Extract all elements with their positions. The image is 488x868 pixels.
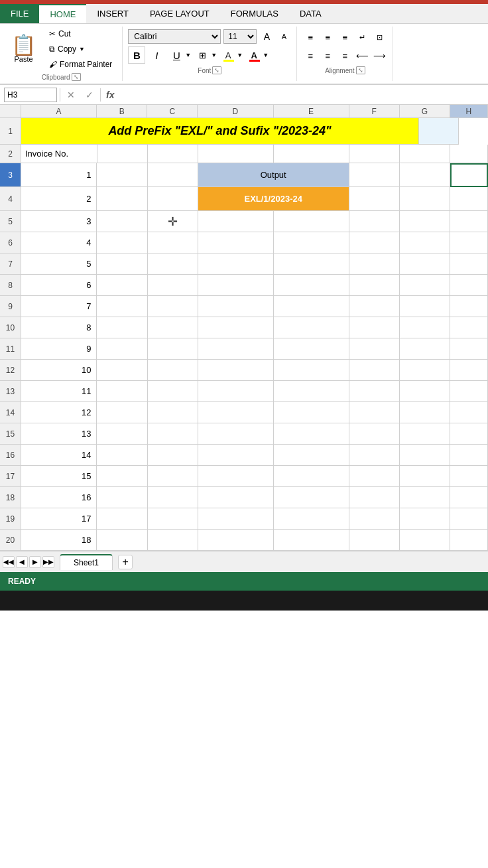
cell-g4[interactable] <box>400 187 450 211</box>
col-header-h[interactable]: H <box>450 105 488 117</box>
cell-f17[interactable] <box>349 466 400 487</box>
cell-a17[interactable]: 15 <box>21 466 97 487</box>
cell-h20[interactable] <box>450 530 488 551</box>
format-painter-button[interactable]: 🖌 Format Painter <box>44 58 117 71</box>
cell-d10[interactable] <box>198 317 274 338</box>
borders-button[interactable]: ⊞ <box>194 46 211 64</box>
cell-d18[interactable] <box>198 487 274 508</box>
cell-e2[interactable] <box>274 145 349 163</box>
cell-d20[interactable] <box>198 530 274 551</box>
cell-f4[interactable] <box>349 187 400 211</box>
cell-g2[interactable] <box>400 145 450 163</box>
font-color-button[interactable]: A <box>245 46 263 64</box>
cell-g8[interactable] <box>400 275 450 296</box>
sheet-nav-first[interactable]: ◀◀ <box>3 556 15 568</box>
data-tab[interactable]: DATA <box>289 4 332 23</box>
cell-h11[interactable] <box>450 338 488 360</box>
cell-e17[interactable] <box>274 466 349 487</box>
cell-e15[interactable] <box>274 423 349 445</box>
cell-f8[interactable] <box>349 275 400 296</box>
cell-g6[interactable] <box>400 232 450 253</box>
cell-g5[interactable] <box>400 211 450 232</box>
cell-f20[interactable] <box>349 530 400 551</box>
cell-a2[interactable]: Invoice No. <box>21 145 97 163</box>
cell-a5[interactable]: 3 <box>21 211 97 232</box>
cell-c5[interactable]: ✛ <box>148 211 198 232</box>
decrease-font-button[interactable]: A <box>276 29 291 44</box>
cell-h4[interactable] <box>450 187 488 211</box>
cell-d14[interactable] <box>198 402 274 423</box>
cell-e11[interactable] <box>274 338 349 360</box>
cell-h5[interactable] <box>450 211 488 232</box>
underline-button[interactable]: U <box>168 46 185 64</box>
increase-font-button[interactable]: A <box>259 29 274 44</box>
cell-e7[interactable] <box>274 253 349 275</box>
cell-a11[interactable]: 9 <box>21 338 97 360</box>
cell-d2[interactable] <box>198 145 274 163</box>
cell-a3[interactable]: 1 <box>21 163 97 187</box>
cell-a6[interactable]: 4 <box>21 232 97 253</box>
cell-h19[interactable] <box>450 508 488 530</box>
cell-c10[interactable] <box>148 317 198 338</box>
page-layout-tab[interactable]: PAGE LAYOUT <box>139 4 220 23</box>
cell-d17[interactable] <box>198 466 274 487</box>
cell-e6[interactable] <box>274 232 349 253</box>
cell-h16[interactable] <box>450 445 488 466</box>
cell-g3[interactable] <box>400 163 450 187</box>
cell-b9[interactable] <box>97 296 147 317</box>
cell-c17[interactable] <box>148 466 198 487</box>
cell-d6[interactable] <box>198 232 274 253</box>
cell-g9[interactable] <box>400 296 450 317</box>
cell-g19[interactable] <box>400 508 450 530</box>
formulas-tab[interactable]: FORMULAS <box>220 4 289 23</box>
cell-g10[interactable] <box>400 317 450 338</box>
cell-c2[interactable] <box>148 145 198 163</box>
merge-button[interactable]: ⊡ <box>371 29 387 45</box>
cell-c14[interactable] <box>148 402 198 423</box>
col-header-e[interactable]: E <box>274 105 349 117</box>
fill-color-button[interactable]: A <box>219 46 237 64</box>
cut-button[interactable]: ✂ Cut <box>44 27 117 40</box>
cell-c12[interactable] <box>148 360 198 381</box>
cell-e12[interactable] <box>274 360 349 381</box>
cell-g14[interactable] <box>400 402 450 423</box>
cell-c11[interactable] <box>148 338 198 360</box>
cell-b3[interactable] <box>97 163 147 187</box>
cell-h15[interactable] <box>450 423 488 445</box>
cell-a20[interactable]: 18 <box>21 530 97 551</box>
cell-e18[interactable] <box>274 487 349 508</box>
cell-h6[interactable] <box>450 232 488 253</box>
italic-button[interactable]: I <box>148 46 165 64</box>
cell-g15[interactable] <box>400 423 450 445</box>
cell-f6[interactable] <box>349 232 400 253</box>
cell-f3[interactable] <box>349 163 400 187</box>
cell-d16[interactable] <box>198 445 274 466</box>
cell-c6[interactable] <box>148 232 198 253</box>
cell-a4[interactable]: 2 <box>21 187 97 211</box>
cell-d13[interactable] <box>198 381 274 402</box>
home-tab[interactable]: HOME <box>39 4 86 23</box>
cell-h1[interactable] <box>419 118 459 145</box>
cell-a1-merged[interactable]: Add PreFix "EXL/" and Sufix "/2023-24" <box>21 118 419 145</box>
cell-g12[interactable] <box>400 360 450 381</box>
cell-h9[interactable] <box>450 296 488 317</box>
cell-a9[interactable]: 7 <box>21 296 97 317</box>
sheet-nav-last[interactable]: ▶▶ <box>42 556 54 568</box>
cell-h13[interactable] <box>450 381 488 402</box>
cell-d19[interactable] <box>198 508 274 530</box>
cell-a12[interactable]: 10 <box>21 360 97 381</box>
cell-d9[interactable] <box>198 296 274 317</box>
cell-b4[interactable] <box>97 187 147 211</box>
cell-b7[interactable] <box>97 253 147 275</box>
insert-tab[interactable]: INSERT <box>86 4 139 23</box>
cell-b15[interactable] <box>97 423 147 445</box>
cell-d7[interactable] <box>198 253 274 275</box>
cell-b17[interactable] <box>97 466 147 487</box>
cell-e19[interactable] <box>274 508 349 530</box>
cell-b13[interactable] <box>97 381 147 402</box>
cell-e9[interactable] <box>274 296 349 317</box>
col-header-d[interactable]: D <box>198 105 273 117</box>
cell-f10[interactable] <box>349 317 400 338</box>
cell-b16[interactable] <box>97 445 147 466</box>
cell-g20[interactable] <box>400 530 450 551</box>
